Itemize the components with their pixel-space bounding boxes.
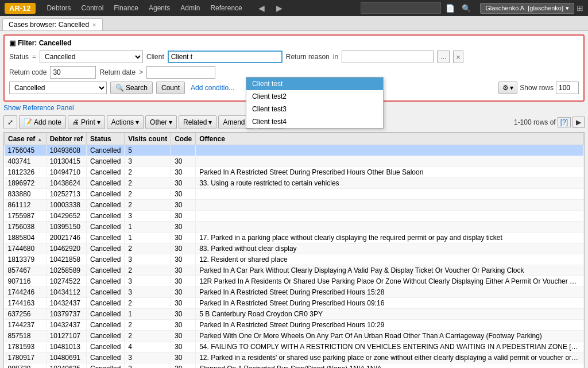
tab-close-button[interactable]: × <box>92 21 96 28</box>
add-condition-link[interactable]: Add conditio... <box>188 83 237 93</box>
cell-case-ref: 907116 <box>5 276 47 287</box>
table-row[interactable]: 861112 10003338 Cancelled 2 30 <box>5 200 584 211</box>
data-table-container: Case ref ▲ Debtor ref Status Visits coun… <box>3 132 585 368</box>
cell-case-ref: 637256 <box>5 309 47 320</box>
cell-status: Cancelled <box>86 178 124 189</box>
table-row[interactable]: 1781593 10481013 Cancelled 4 30 54. FAIL… <box>5 342 584 352</box>
nav-reference[interactable]: Reference <box>206 2 246 14</box>
table-row[interactable]: 1755987 10429652 Cancelled 3 30 <box>5 211 584 222</box>
col-visits-count[interactable]: Visits count <box>125 133 171 145</box>
cell-offence <box>196 200 584 211</box>
table-row[interactable]: 857467 10258589 Cancelled 2 30 Parked In… <box>5 265 584 276</box>
return-code-input[interactable] <box>50 66 96 79</box>
print-button[interactable]: 🖨 Print ▾ <box>68 115 105 129</box>
filter-value-select[interactable]: Cancelled <box>9 82 107 94</box>
table-row[interactable]: 1744163 10432437 Cancelled 2 30 Parked I… <box>5 298 584 309</box>
expand-button[interactable]: ⤢ <box>3 115 17 129</box>
filter-collapse-icon[interactable]: ▣ <box>9 39 16 47</box>
nav-finance[interactable]: Finance <box>109 2 143 14</box>
table-row[interactable]: 1756045 10493608 Cancelled 5 <box>5 145 584 156</box>
table-row[interactable]: 1780917 10480691 Cancelled 3 30 12. Park… <box>5 352 584 363</box>
grid-icon[interactable]: ⊞ <box>577 3 583 13</box>
cell-code: 30 <box>171 200 196 211</box>
col-code[interactable]: Code <box>171 133 196 145</box>
cell-visits-count: 4 <box>125 342 171 352</box>
cell-case-ref: 1756045 <box>5 145 47 156</box>
help-button[interactable]: [?] <box>558 117 571 127</box>
dropdown-item-3[interactable]: Client test4 <box>246 115 383 128</box>
nav-debtors[interactable]: Debtors <box>42 2 76 14</box>
table-row[interactable]: 1813379 10421858 Cancelled 3 30 12. Resi… <box>5 254 584 265</box>
related-button[interactable]: Related ▾ <box>179 115 216 129</box>
table-row[interactable]: 833880 10252713 Cancelled 2 30 <box>5 189 584 200</box>
cell-case-ref: 1755987 <box>5 211 47 222</box>
nav-control[interactable]: Control <box>77 2 109 14</box>
cell-status: Cancelled <box>86 233 124 243</box>
cell-debtor-ref: 10274522 <box>46 276 86 287</box>
cell-code: 30 <box>171 320 196 331</box>
return-reason-clear-btn[interactable]: × <box>453 51 463 63</box>
nav-back[interactable]: ◀ <box>254 2 269 14</box>
cell-case-ref: 998739 <box>5 363 47 369</box>
cell-visits-count: 2 <box>125 167 171 178</box>
filter-row-1: Status = Cancelled Client Return reason … <box>9 51 579 63</box>
table-row[interactable]: 403741 10130415 Cancelled 3 30 <box>5 156 584 167</box>
col-offence[interactable]: Offence <box>196 133 584 145</box>
cell-case-ref: 1813379 <box>5 254 47 265</box>
table-row[interactable]: 1756038 10395150 Cancelled 1 30 <box>5 222 584 233</box>
col-debtor-ref[interactable]: Debtor ref <box>46 133 86 145</box>
cell-debtor-ref: 10421858 <box>46 254 86 265</box>
top-search-input[interactable] <box>361 2 441 14</box>
search-button[interactable]: 🔍 Search <box>110 82 153 94</box>
actions-button[interactable]: Actions ▾ <box>107 115 144 129</box>
next-page-button[interactable]: ▶ <box>572 117 585 128</box>
nav-admin[interactable]: Admin <box>176 2 204 14</box>
return-reason-input[interactable] <box>342 51 434 63</box>
table-row[interactable]: 1885804 20021746 Cancelled 1 30 17. Park… <box>5 233 584 243</box>
settings-button[interactable]: ⚙ ▾ <box>498 82 517 94</box>
search-icon[interactable]: 📄 <box>443 3 457 14</box>
user-name: Glaschenko A. [glaschenko] <box>485 5 563 11</box>
user-button[interactable]: Glaschenko A. [glaschenko] ▾ <box>480 3 574 14</box>
cell-visits-count: 2 <box>125 200 171 211</box>
magnify-icon[interactable]: 🔍 <box>459 3 473 14</box>
cases-browser-tab[interactable]: Cases browser: Cancelled × <box>2 18 103 30</box>
nav-agents[interactable]: Agents <box>144 2 175 14</box>
show-rows-input[interactable] <box>556 82 579 94</box>
dropdown-item-1[interactable]: Client test2 <box>246 90 383 103</box>
dropdown-item-0[interactable]: Client test <box>246 78 383 90</box>
table-row[interactable]: 1896972 10438624 Cancelled 2 30 33. Usin… <box>5 178 584 189</box>
count-button[interactable]: Count <box>156 82 185 94</box>
cell-visits-count: 3 <box>125 352 171 363</box>
cell-visits-count: 2 <box>125 243 171 254</box>
top-bar: AR-12 Debtors Control Finance Agents Adm… <box>0 0 588 16</box>
other-button[interactable]: Other ▾ <box>145 115 177 129</box>
return-date-operator: > <box>139 68 143 76</box>
col-case-ref[interactable]: Case ref ▲ <box>5 133 47 145</box>
cell-debtor-ref: 10462920 <box>46 243 86 254</box>
table-row[interactable]: 998739 10249635 Cancelled 3 30 Stopped O… <box>5 363 584 369</box>
client-input[interactable] <box>168 51 283 63</box>
cell-offence: Parked In A Restricted Street During Pre… <box>196 167 584 178</box>
table-row[interactable]: 857518 10127107 Cancelled 2 30 Parked Wi… <box>5 331 584 342</box>
table-row[interactable]: 1812326 10494710 Cancelled 2 30 Parked I… <box>5 167 584 178</box>
status-select[interactable]: Cancelled <box>40 51 143 63</box>
add-note-button[interactable]: 📝 Add note <box>19 115 66 129</box>
cell-visits-count: 3 <box>125 363 171 369</box>
table-row[interactable]: 1744246 10434112 Cancelled 3 30 Parked I… <box>5 287 584 298</box>
filter-panel: ▣ Filter: Cancelled Status = Cancelled C… <box>3 34 585 102</box>
nav-forward[interactable]: ▶ <box>272 2 287 14</box>
cell-debtor-ref: 10252713 <box>46 189 86 200</box>
cell-offence: Parked With One Or More Wheels On Any Pa… <box>196 331 584 342</box>
col-status[interactable]: Status <box>86 133 124 145</box>
return-reason-multi-btn[interactable]: … <box>437 51 450 63</box>
table-row[interactable]: 1744680 10462920 Cancelled 2 30 83. Park… <box>5 243 584 254</box>
table-row[interactable]: 637256 10379737 Cancelled 1 30 5 B Cante… <box>5 309 584 320</box>
table-row[interactable]: 1744237 10432437 Cancelled 2 30 Parked I… <box>5 320 584 331</box>
cell-debtor-ref: 10127107 <box>46 331 86 342</box>
cell-case-ref: 1744246 <box>5 287 47 298</box>
reference-panel-link[interactable]: Show Reference Panel <box>3 104 74 112</box>
table-row[interactable]: 907116 10274522 Cancelled 3 30 12R Parke… <box>5 276 584 287</box>
return-date-input[interactable] <box>146 66 215 79</box>
dropdown-item-2[interactable]: Client test3 <box>246 103 383 115</box>
